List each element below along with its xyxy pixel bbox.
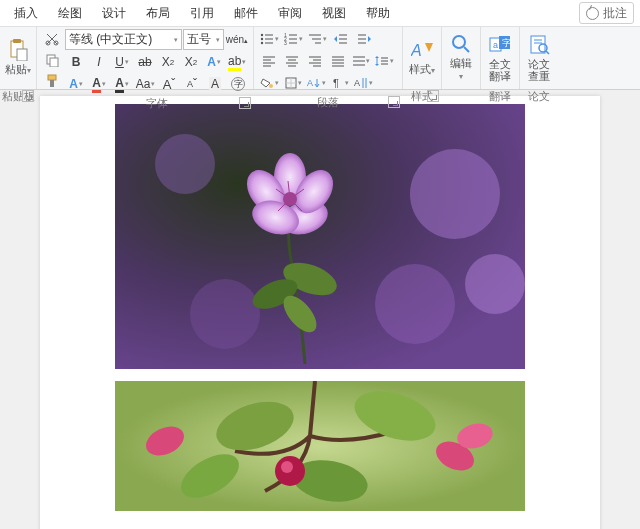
document-area[interactable] — [0, 90, 640, 529]
align-justify-button[interactable] — [327, 51, 349, 71]
thesis-label-1: 论文 — [528, 58, 550, 70]
group-styles: A 样式▾ 样式 — [403, 27, 442, 89]
group-paragraph: ▾ 123▾ ▾ ▾ ▾ ▾ ▾ A▾ ¶▾ A▾ — [254, 27, 403, 89]
paragraph-launcher[interactable] — [388, 96, 400, 108]
cut-button[interactable] — [41, 29, 63, 49]
grow-font-button[interactable]: wén▴ — [225, 30, 249, 50]
borders-icon — [285, 77, 297, 89]
group-thesis: 论文查重 论文 — [520, 27, 558, 89]
translate-label-2: 翻译 — [489, 70, 511, 82]
clipboard-launcher[interactable] — [22, 90, 34, 102]
font-family-value: 等线 (中文正文) — [69, 31, 152, 48]
svg-text:A: A — [411, 42, 422, 59]
phonetic-guide-button[interactable]: A▾ — [65, 74, 87, 94]
comments-icon — [586, 7, 599, 20]
svg-point-11 — [261, 34, 263, 36]
multilevel-icon — [308, 33, 322, 45]
sort-button[interactable]: A▾ — [305, 73, 328, 93]
svg-point-15 — [261, 42, 263, 44]
clear-format-button[interactable]: A — [204, 74, 226, 94]
paste-button[interactable]: 粘贴▾ — [4, 29, 32, 87]
bold-button[interactable]: B — [65, 52, 87, 72]
menu-draw[interactable]: 绘图 — [48, 0, 92, 26]
multilevel-button[interactable]: ▾ — [306, 29, 329, 49]
styles-launcher[interactable] — [427, 90, 439, 102]
embedded-image-1[interactable] — [115, 104, 525, 369]
thesis-label-2: 查重 — [528, 70, 550, 82]
translate-button[interactable]: a字 全文翻译 — [485, 29, 515, 87]
outdent-icon — [334, 33, 348, 45]
comments-label: 批注 — [603, 5, 627, 22]
character-shading-button[interactable]: A▾ — [111, 74, 133, 94]
align-distribute-button[interactable]: ▾ — [350, 51, 372, 71]
font-family-combo[interactable]: 等线 (中文正文)▾ — [65, 29, 182, 50]
thesis-button[interactable]: 论文查重 — [524, 29, 554, 87]
indent-icon — [357, 33, 371, 45]
underline-button[interactable]: U▾ — [111, 52, 133, 72]
menu-layout[interactable]: 布局 — [136, 0, 180, 26]
svg-rect-1 — [13, 39, 21, 43]
highlight-button[interactable]: ab▾ — [226, 52, 248, 72]
editing-button[interactable]: 编辑▾ — [446, 29, 476, 87]
numbering-button[interactable]: 123▾ — [282, 29, 305, 49]
subscript-button[interactable]: X2 — [157, 52, 179, 72]
change-case-button[interactable]: Aa▾ — [134, 74, 157, 94]
comments-button[interactable]: 批注 — [579, 2, 634, 24]
increase-indent-button[interactable] — [353, 29, 375, 49]
menu-view[interactable]: 视图 — [312, 0, 356, 26]
menu-help[interactable]: 帮助 — [356, 0, 400, 26]
svg-text:3: 3 — [284, 40, 287, 45]
shrink-font-button[interactable]: Aˇ — [181, 74, 203, 94]
menu-design[interactable]: 设计 — [92, 0, 136, 26]
align-center-button[interactable] — [281, 51, 303, 71]
svg-rect-10 — [50, 80, 54, 87]
highlight-icon: ab — [228, 54, 241, 71]
clear-format-icon: A — [209, 77, 221, 91]
align-dist-icon — [353, 55, 365, 67]
align-left-button[interactable] — [258, 51, 280, 71]
svg-rect-8 — [50, 58, 58, 67]
line-spacing-button[interactable]: ▾ — [373, 51, 396, 71]
decrease-indent-button[interactable] — [330, 29, 352, 49]
svg-point-65 — [453, 36, 465, 48]
embedded-image-2[interactable] — [115, 381, 525, 511]
font-color-button[interactable]: A▾ — [88, 74, 110, 94]
grow-font-icon: wén▴ — [226, 34, 248, 45]
align-right-button[interactable] — [304, 51, 326, 71]
font-launcher[interactable] — [239, 97, 251, 109]
group-format-brush — [37, 27, 61, 89]
shading-button[interactable]: ▾ — [258, 73, 281, 93]
paste-icon — [7, 39, 29, 61]
font-size-combo[interactable]: 五号▾ — [183, 29, 224, 50]
svg-text:字: 字 — [502, 38, 511, 48]
svg-text:a: a — [493, 40, 498, 50]
show-marks-button[interactable]: ¶▾ — [329, 73, 351, 93]
format-painter-button[interactable] — [41, 71, 63, 91]
svg-point-80 — [190, 279, 260, 349]
borders-button[interactable]: ▾ — [282, 73, 304, 93]
align-justify-icon — [332, 55, 344, 67]
menu-insert[interactable]: 插入 — [4, 0, 48, 26]
text-effects-button[interactable]: A▾ — [203, 52, 225, 72]
menu-mailings[interactable]: 邮件 — [224, 0, 268, 26]
group-clipboard-label: 粘贴板 — [0, 89, 36, 103]
strikethrough-button[interactable]: ab — [134, 52, 156, 72]
italic-button[interactable]: I — [88, 52, 110, 72]
font-size-value: 五号 — [187, 31, 211, 48]
enclose-char-button[interactable]: 字 — [227, 74, 249, 94]
grow-font2-button[interactable]: Aˇ — [158, 74, 180, 94]
svg-point-78 — [410, 149, 500, 239]
svg-text:¶: ¶ — [333, 77, 339, 89]
bullets-button[interactable]: ▾ — [258, 29, 281, 49]
menu-review[interactable]: 审阅 — [268, 0, 312, 26]
pilcrow-icon: ¶ — [332, 77, 344, 89]
styles-button[interactable]: A 样式▾ — [407, 29, 437, 87]
superscript-button[interactable]: X2 — [180, 52, 202, 72]
align-center-icon — [286, 55, 298, 67]
copy-button[interactable] — [41, 50, 63, 70]
translate-label-1: 全文 — [489, 58, 511, 70]
ribbon: 粘贴▾ 粘贴板 等线 (中文正文)▾ 五号▾ wén▴ B I U▾ — [0, 27, 640, 90]
svg-point-79 — [375, 264, 455, 344]
menu-references[interactable]: 引用 — [180, 0, 224, 26]
asian-layout-button[interactable]: A▾ — [352, 73, 375, 93]
